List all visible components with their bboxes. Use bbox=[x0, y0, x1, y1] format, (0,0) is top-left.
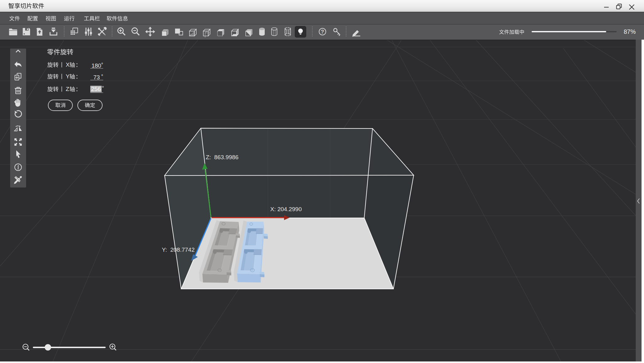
svg-text:X: 204.2990: X: 204.2990 bbox=[270, 206, 302, 212]
svg-text:?: ? bbox=[321, 29, 324, 35]
svg-text:Z: 863.9986: Z: 863.9986 bbox=[206, 154, 239, 160]
svg-text:Y: 208.7742: Y: 208.7742 bbox=[162, 247, 195, 253]
